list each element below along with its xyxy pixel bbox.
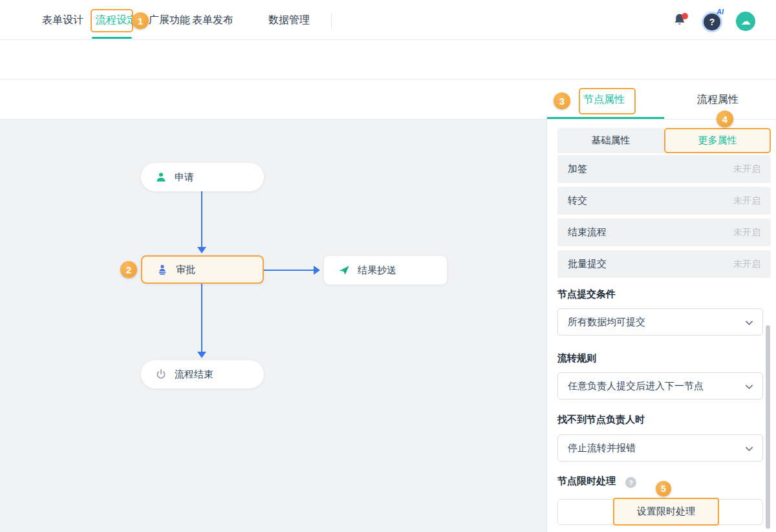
chevron-down-icon <box>745 319 753 327</box>
applicant-user-icon <box>155 171 167 183</box>
node-flow-end[interactable]: 流程结束 <box>141 360 264 388</box>
annotation-badge-4: 4 <box>717 111 733 127</box>
top-nav-bar: 表单设计 流程设定 广展功能 表单发布 数据管理 ? AI ☁ <box>0 0 776 40</box>
property-subtabs: 基础属性 更多属性 <box>557 128 771 153</box>
panel-scrollbar-thumb[interactable] <box>766 325 770 529</box>
flow-canvas[interactable] <box>0 120 546 532</box>
subtab-basic-properties[interactable]: 基础属性 <box>557 128 664 153</box>
node-label: 申请 <box>175 171 194 184</box>
toggle-label: 转交 <box>568 195 587 207</box>
panel-active-underline <box>547 117 664 119</box>
send-plane-icon <box>338 264 350 276</box>
toggle-label: 加签 <box>568 163 587 175</box>
tab-flow-settings[interactable]: 流程设定 <box>96 0 137 40</box>
annotation-badge-1: 1 <box>132 12 149 29</box>
set-deadline-button-label[interactable]: 设置限时处理 <box>613 498 719 526</box>
toggle-label: 批量提交 <box>568 258 607 270</box>
toggle-status: 未开启 <box>733 195 760 207</box>
node-label: 审批 <box>176 264 195 276</box>
approver-icon <box>156 264 168 275</box>
subtab-more-properties[interactable]: 更多属性 <box>664 128 771 153</box>
arrowhead-approve-end <box>197 352 206 358</box>
field-label-no-assignee: 找不到节点负责人时 <box>557 414 645 426</box>
toggle-status: 未开启 <box>733 164 760 175</box>
avatar[interactable]: ☁ <box>736 12 755 31</box>
flow-rule-select[interactable]: 任意负责人提交后进入下一节点 <box>557 372 763 399</box>
arrowhead-apply-approve <box>197 247 206 253</box>
select-value: 所有数据均可提交 <box>568 316 645 328</box>
edge-approve-cc <box>263 270 314 271</box>
field-label-flow-rule: 流转规则 <box>557 352 596 365</box>
select-value: 停止流转并报错 <box>568 442 636 454</box>
toggle-row-end-flow[interactable]: 结束流程 未开启 <box>557 218 771 246</box>
tab-form-design[interactable]: 表单设计 <box>42 0 83 40</box>
toggle-row-transfer[interactable]: 转交 未开启 <box>557 187 771 215</box>
node-approve[interactable]: 审批 <box>141 255 264 284</box>
app-window: 表单设计 流程设定 广展功能 表单发布 数据管理 ? AI ☁ 1 流程版本 (… <box>0 0 776 532</box>
canvas-toolbar <box>0 80 546 120</box>
ai-label: AI <box>717 8 724 16</box>
cloud-logo-icon: ☁ <box>741 16 751 27</box>
panel-tab-bar <box>546 80 776 120</box>
tab-data-manage[interactable]: 数据管理 <box>268 0 310 40</box>
edge-apply-approve <box>201 191 202 247</box>
nav-divider <box>331 13 332 28</box>
select-value: 任意负责人提交后进入下一节点 <box>568 380 704 392</box>
tab-extensions[interactable]: 广展功能 <box>149 0 190 40</box>
annotation-badge-3: 3 <box>554 92 570 109</box>
annotation-badge-2: 2 <box>120 261 137 278</box>
toggle-status: 未开启 <box>733 227 760 239</box>
field-label-node-deadline: 节点限时处理 <box>557 475 616 487</box>
node-apply[interactable]: 申请 <box>141 163 264 191</box>
toggle-label: 结束流程 <box>568 226 607 239</box>
node-label: 流程结束 <box>175 368 213 381</box>
chevron-down-icon <box>745 445 753 453</box>
chevron-down-icon <box>745 383 753 391</box>
no-assignee-select[interactable]: 停止流转并报错 <box>557 434 763 462</box>
edge-approve-end <box>201 284 202 352</box>
toggle-status: 未开启 <box>733 259 760 270</box>
toggle-row-countersign[interactable]: 加签 未开启 <box>557 155 771 183</box>
field-label-submit-condition: 节点提交条件 <box>557 288 616 301</box>
notification-bell-icon[interactable] <box>673 12 688 29</box>
arrowhead-approve-cc <box>314 266 320 275</box>
submit-condition-select[interactable]: 所有数据均可提交 <box>557 308 763 335</box>
toggle-row-batch-submit[interactable]: 批量提交 未开启 <box>557 250 771 278</box>
power-end-icon <box>155 368 167 380</box>
node-label: 结果抄送 <box>358 264 396 277</box>
node-result-cc[interactable]: 结果抄送 <box>324 256 447 284</box>
help-button[interactable]: ? <box>704 14 720 30</box>
notification-badge-dot <box>682 13 688 19</box>
tab-form-publish[interactable]: 表单发布 <box>192 0 233 40</box>
active-tab-underline <box>92 37 132 39</box>
help-icon: ? <box>709 17 715 27</box>
deadline-help-icon[interactable]: ? <box>625 477 636 488</box>
tab-node-properties[interactable]: 节点属性 <box>583 80 625 120</box>
flow-toolbar: 流程版本 (V1) 预览 保存 <box>0 40 776 80</box>
annotation-badge-5: 5 <box>656 481 671 496</box>
